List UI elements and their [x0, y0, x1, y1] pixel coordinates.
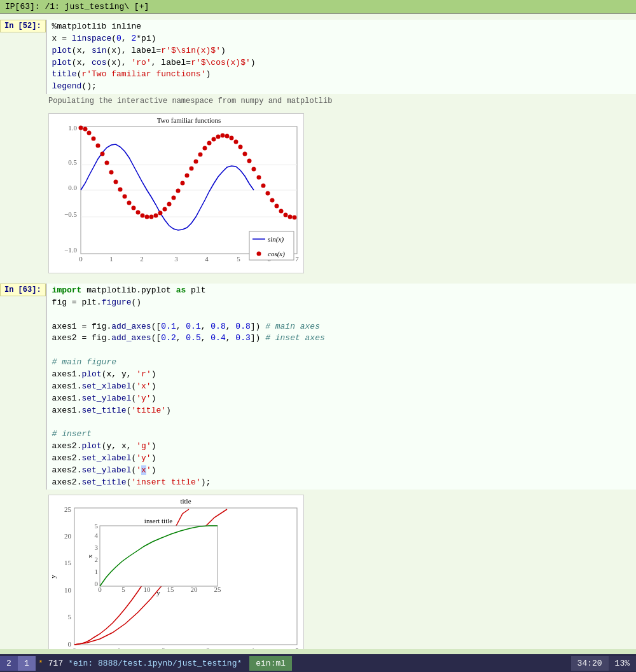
- svg-text:0: 0: [79, 255, 83, 263]
- svg-point-62: [270, 198, 275, 203]
- plot-2-container: title y x 0 5 10 15 20 25 0 1 2 3 4 5: [48, 495, 304, 649]
- cell-1-prompt: In [52]:: [0, 20, 46, 32]
- svg-point-41: [176, 189, 181, 193]
- svg-point-32: [136, 210, 141, 215]
- svg-point-19: [79, 126, 83, 130]
- cell-2-prompt: In [63]:: [0, 284, 46, 296]
- svg-point-60: [261, 184, 266, 188]
- cell-1-code: %matplotlib inline x = linspace(0, 2*pi)…: [52, 21, 631, 93]
- svg-text:1.0: 1.0: [68, 124, 77, 132]
- status-num-2: 2: [0, 656, 18, 671]
- svg-text:−0.5: −0.5: [64, 210, 77, 218]
- svg-point-20: [83, 127, 88, 132]
- svg-text:20: 20: [191, 586, 198, 593]
- svg-point-25: [105, 161, 109, 165]
- svg-point-66: [288, 215, 293, 219]
- cell-1-output: Populating the interactive namespace fro…: [0, 94, 636, 108]
- svg-point-27: [114, 180, 118, 184]
- cell-2-code: import matplotlib.pyplot as plt fig = pl…: [52, 285, 631, 488]
- svg-text:4: 4: [95, 531, 99, 539]
- svg-point-26: [109, 170, 114, 175]
- svg-point-52: [225, 134, 230, 139]
- svg-point-47: [203, 146, 207, 151]
- svg-text:Two familiar functions: Two familiar functions: [157, 116, 221, 124]
- svg-point-43: [185, 174, 190, 178]
- svg-point-24: [100, 152, 105, 156]
- svg-point-50: [216, 135, 221, 139]
- svg-text:25: 25: [214, 586, 222, 593]
- svg-point-57: [247, 159, 252, 163]
- cell-1-input[interactable]: %matplotlib inline x = linspace(0, 2*pi)…: [46, 20, 636, 94]
- svg-point-59: [257, 175, 261, 180]
- svg-point-55: [238, 145, 243, 149]
- title-text: IP[63]: /1: just_testing\ [+]: [5, 2, 149, 11]
- svg-text:3: 3: [206, 647, 210, 649]
- svg-rect-90: [100, 526, 218, 586]
- svg-point-28: [118, 188, 123, 192]
- svg-point-44: [190, 167, 194, 171]
- title-bar: IP[63]: /1: just_testing\ [+]: [0, 0, 636, 14]
- svg-text:1: 1: [109, 255, 113, 263]
- svg-point-51: [221, 134, 225, 138]
- svg-point-37: [158, 211, 163, 216]
- svg-text:0: 0: [98, 586, 102, 593]
- svg-text:15: 15: [167, 586, 175, 593]
- status-linecount: 717: [46, 659, 66, 668]
- svg-point-39: [167, 202, 172, 207]
- svg-text:7: 7: [295, 255, 299, 263]
- svg-point-21: [87, 131, 92, 135]
- svg-text:title: title: [180, 497, 191, 505]
- svg-text:1: 1: [95, 568, 99, 575]
- svg-point-54: [234, 140, 238, 144]
- svg-text:10: 10: [64, 586, 72, 594]
- svg-text:2: 2: [162, 647, 165, 649]
- status-filename: *ein: 8888/test.ipynb/just_testing*: [66, 659, 244, 668]
- cell-1-output-text: Populating the interactive namespace fro…: [48, 97, 332, 106]
- svg-point-31: [132, 206, 136, 210]
- svg-text:5: 5: [295, 647, 299, 649]
- notebook[interactable]: In [52]: %matplotlib inline x = linspace…: [0, 14, 636, 649]
- svg-point-49: [212, 137, 216, 142]
- cell-2-prompt-row: In [63]: import matplotlib.pyplot as plt…: [0, 284, 636, 490]
- status-asterisk: *: [36, 659, 46, 668]
- svg-text:4: 4: [205, 255, 209, 263]
- svg-text:5: 5: [95, 522, 99, 530]
- svg-point-22: [92, 137, 96, 141]
- status-position: 34:20: [571, 656, 609, 671]
- svg-text:5: 5: [68, 613, 72, 621]
- svg-text:25: 25: [64, 505, 72, 513]
- svg-text:0: 0: [73, 647, 76, 649]
- svg-point-35: [149, 215, 154, 219]
- svg-text:2: 2: [95, 556, 99, 563]
- svg-text:5: 5: [237, 255, 240, 263]
- svg-text:3: 3: [95, 544, 99, 551]
- cell-2-input[interactable]: import matplotlib.pyplot as plt fig = pl…: [46, 284, 636, 490]
- svg-point-63: [275, 204, 279, 209]
- plot-1-svg: Two familiar functions 1.0 0.5 0.0 −0.5 …: [49, 114, 303, 273]
- cell-1-prompt-row: In [52]: %matplotlib inline x = linspace…: [0, 20, 636, 94]
- svg-point-58: [252, 167, 256, 172]
- svg-text:10: 10: [144, 586, 151, 593]
- svg-text:0: 0: [68, 640, 72, 648]
- svg-point-61: [266, 191, 270, 196]
- svg-text:−1.0: −1.0: [64, 246, 77, 254]
- svg-point-65: [284, 213, 288, 217]
- svg-point-46: [198, 153, 203, 157]
- svg-point-64: [279, 209, 284, 214]
- svg-text:insert title: insert title: [144, 517, 172, 525]
- status-num-1: 1: [18, 656, 36, 671]
- svg-point-34: [145, 215, 149, 219]
- status-percent: 13%: [609, 656, 636, 671]
- status-nums: 2 1: [0, 656, 36, 671]
- svg-text:20: 20: [64, 532, 72, 540]
- plot-2-svg: title y x 0 5 10 15 20 25 0 1 2 3 4 5: [49, 495, 303, 649]
- svg-text:2: 2: [140, 255, 144, 263]
- cell-2: In [63]: import matplotlib.pyplot as plt…: [0, 284, 636, 649]
- svg-point-45: [194, 160, 198, 164]
- svg-point-40: [172, 196, 176, 200]
- svg-text:x: x: [86, 554, 93, 558]
- svg-point-33: [141, 214, 145, 218]
- svg-text:5: 5: [121, 586, 125, 593]
- svg-point-71: [257, 252, 261, 256]
- cell-1: In [52]: %matplotlib inline x = linspace…: [0, 20, 636, 281]
